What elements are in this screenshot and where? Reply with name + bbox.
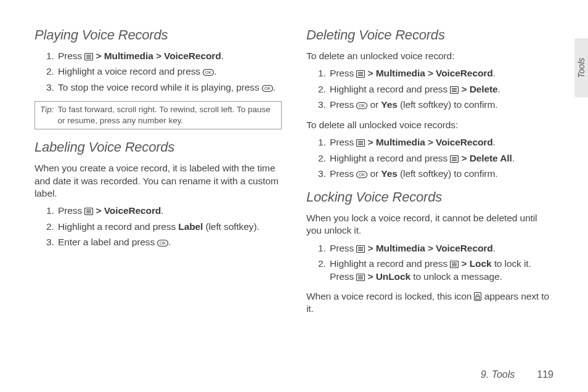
manual-page: Playing Voice Records Press > Multimedia… bbox=[0, 0, 588, 392]
menu-key-icon bbox=[84, 53, 93, 60]
step: Enter a label and press . bbox=[57, 236, 282, 248]
section-tab-label: Tools bbox=[576, 58, 587, 78]
heading-labeling: Labeling Voice Records bbox=[35, 138, 282, 156]
step: Press or Yes (left softkey) to confirm. bbox=[329, 99, 553, 111]
step: Press > Multimedia > VoiceRecord. bbox=[329, 136, 553, 149]
menu-key-icon bbox=[356, 245, 365, 253]
footer-section: 9. Tools bbox=[481, 368, 515, 381]
delete-all-intro: To delete all unlocked voice records: bbox=[306, 119, 553, 131]
menu-key-icon bbox=[450, 86, 459, 94]
ok-key-icon bbox=[203, 69, 214, 76]
ok-key-icon bbox=[262, 85, 273, 92]
delete-one-intro: To delete an unlocked voice record: bbox=[306, 50, 553, 62]
menu-key-icon bbox=[450, 261, 459, 268]
step: Highlight a record and press > Delete Al… bbox=[329, 152, 553, 165]
tip-label: Tip: bbox=[40, 104, 54, 115]
locking-steps: Press > Multimedia > VoiceRecord. Highli… bbox=[306, 242, 553, 283]
heading-playing: Playing Voice Records bbox=[35, 26, 282, 44]
step: Press > Multimedia > VoiceRecord. bbox=[329, 67, 553, 80]
ok-key-icon bbox=[356, 171, 367, 178]
menu-key-icon bbox=[84, 208, 93, 215]
step: Press or Yes (left softkey) to confirm. bbox=[329, 168, 553, 180]
labeling-intro: When you create a voice record, it is la… bbox=[35, 162, 282, 200]
menu-key-icon bbox=[356, 274, 365, 281]
left-column: Playing Voice Records Press > Multimedia… bbox=[35, 25, 282, 380]
step: Highlight a voice record and press . bbox=[57, 65, 282, 78]
ok-key-icon bbox=[356, 102, 367, 109]
menu-key-icon bbox=[356, 70, 365, 78]
lock-icon bbox=[474, 292, 481, 301]
step: To stop the voice record while it is pla… bbox=[57, 81, 282, 94]
page-number: 119 bbox=[537, 368, 553, 381]
heading-locking: Locking Voice Records bbox=[306, 188, 553, 206]
step: Press > VoiceRecord. bbox=[57, 205, 282, 217]
menu-key-icon bbox=[450, 155, 459, 163]
step: Highlight a record and press > Delete. bbox=[329, 83, 553, 96]
tip-text: To fast forward, scroll right. To rewind… bbox=[57, 104, 276, 126]
step: Highlight a record and press > Lock to l… bbox=[329, 258, 553, 283]
playing-steps: Press > Multimedia > VoiceRecord. Highli… bbox=[35, 50, 282, 94]
labeling-steps: Press > VoiceRecord. Highlight a record … bbox=[35, 205, 282, 248]
locking-intro: When you lock a voice record, it cannot … bbox=[306, 212, 553, 237]
ok-key-icon bbox=[157, 240, 168, 247]
locking-icon-note: When a voice record is locked, this icon… bbox=[306, 290, 553, 316]
section-tab: Tools bbox=[574, 38, 588, 97]
delete-all-steps: Press > Multimedia > VoiceRecord. Highli… bbox=[306, 136, 553, 180]
step: Press > Multimedia > VoiceRecord. bbox=[57, 50, 282, 62]
right-column: Deleting Voice Records To delete an unlo… bbox=[306, 25, 553, 380]
tip-box: Tip: To fast forward, scroll right. To r… bbox=[35, 101, 282, 129]
heading-deleting: Deleting Voice Records bbox=[306, 26, 553, 44]
delete-one-steps: Press > Multimedia > VoiceRecord. Highli… bbox=[306, 67, 553, 111]
page-footer: 9. Tools 119 bbox=[481, 368, 553, 381]
step: Press > Multimedia > VoiceRecord. bbox=[329, 242, 553, 255]
menu-key-icon bbox=[356, 139, 365, 147]
step: Highlight a record and press Label (left… bbox=[57, 221, 282, 233]
